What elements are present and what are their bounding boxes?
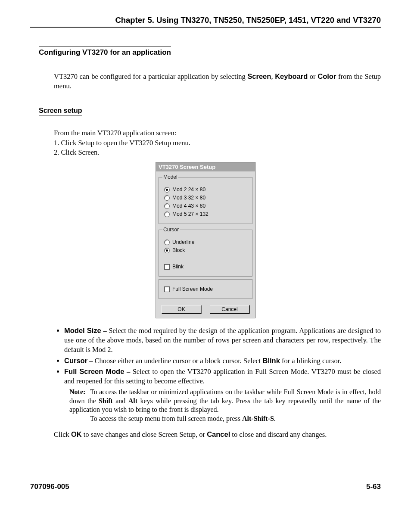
radio-label: Block bbox=[172, 247, 185, 253]
note-block: Note:To access the taskbar or minimized … bbox=[69, 388, 381, 423]
description-list: Model Size – Select the mod required by … bbox=[54, 326, 381, 423]
configuring-paragraph: VT3270 can be configured for a particula… bbox=[54, 72, 381, 91]
ok-button[interactable]: OK bbox=[162, 305, 201, 314]
radio-label: Mod 3 32 × 80 bbox=[172, 195, 206, 201]
checkbox-label: Blink bbox=[172, 264, 184, 270]
step-1: 1. Click Setup to open the VT3270 Setup … bbox=[54, 139, 381, 147]
checkbox-icon bbox=[164, 286, 170, 292]
radio-label: Mod 2 24 × 80 bbox=[172, 187, 206, 193]
cursor-group: Cursor Underline Block Blink bbox=[159, 227, 252, 277]
section-screen-setup: Screen setup bbox=[39, 107, 82, 115]
dialog-buttons: OK Cancel bbox=[156, 302, 255, 318]
bullet-model-size: Model Size – Select the mod required by … bbox=[64, 326, 381, 354]
full-screen-checkbox[interactable]: Full Screen Mode bbox=[164, 286, 249, 292]
radio-icon bbox=[164, 240, 170, 245]
radio-icon bbox=[164, 203, 170, 209]
blink-checkbox[interactable]: Blink bbox=[164, 264, 249, 270]
section-configuring: Configuring VT3270 for an application bbox=[39, 47, 171, 58]
chapter-header: Chapter 5. Using TN3270, TN5250, TN5250E… bbox=[30, 16, 381, 28]
radio-icon bbox=[164, 212, 170, 217]
bullet-cursor: Cursor – Choose either an underline curs… bbox=[64, 356, 381, 366]
dialog-title-bar: VT3270 Screen Setup bbox=[156, 162, 255, 171]
model-option-mod4[interactable]: Mod 4 43 × 80 bbox=[164, 203, 249, 209]
radio-label: Mod 5 27 × 132 bbox=[172, 211, 209, 217]
model-legend: Model bbox=[162, 174, 178, 180]
cancel-button[interactable]: Cancel bbox=[210, 305, 249, 314]
model-option-mod5[interactable]: Mod 5 27 × 132 bbox=[164, 211, 249, 217]
radio-icon bbox=[164, 187, 170, 193]
steps-list: 1. Click Setup to open the VT3270 Setup … bbox=[54, 139, 381, 157]
full-screen-group: Full Screen Mode bbox=[159, 279, 252, 299]
model-group: Model Mod 2 24 × 80 Mod 3 32 × 80 Mod 4 … bbox=[159, 174, 252, 224]
vt3270-screen-setup-dialog: VT3270 Screen Setup Model Mod 2 24 × 80 … bbox=[156, 162, 255, 318]
checkbox-label: Full Screen Mode bbox=[172, 286, 213, 292]
cursor-option-underline[interactable]: Underline bbox=[164, 239, 249, 245]
radio-icon bbox=[164, 195, 170, 201]
checkbox-icon bbox=[164, 264, 170, 270]
closing-paragraph: Click OK to save changes and close Scree… bbox=[54, 429, 381, 439]
radio-label: Underline bbox=[172, 239, 194, 245]
radio-icon bbox=[164, 248, 170, 253]
page-number: 5-63 bbox=[366, 482, 381, 491]
doc-number: 707096-005 bbox=[30, 482, 69, 491]
page-footer: 707096-005 5-63 bbox=[30, 482, 381, 491]
cursor-option-block[interactable]: Block bbox=[164, 247, 249, 253]
screen-setup-intro: From the main VT3270 application screen: bbox=[54, 128, 381, 138]
chapter-title: Chapter 5. Using TN3270, TN5250, TN5250E… bbox=[115, 16, 381, 25]
model-option-mod2[interactable]: Mod 2 24 × 80 bbox=[164, 187, 249, 193]
bullet-full-screen-mode: Full Screen Mode – Select to open the VT… bbox=[64, 367, 381, 423]
step-2: 2. Click Screen. bbox=[54, 148, 381, 157]
note-line-2: To access the setup menu from full scree… bbox=[69, 414, 381, 423]
cursor-legend: Cursor bbox=[162, 227, 180, 233]
model-option-mod3[interactable]: Mod 3 32 × 80 bbox=[164, 195, 249, 201]
radio-label: Mod 4 43 × 80 bbox=[172, 203, 206, 209]
